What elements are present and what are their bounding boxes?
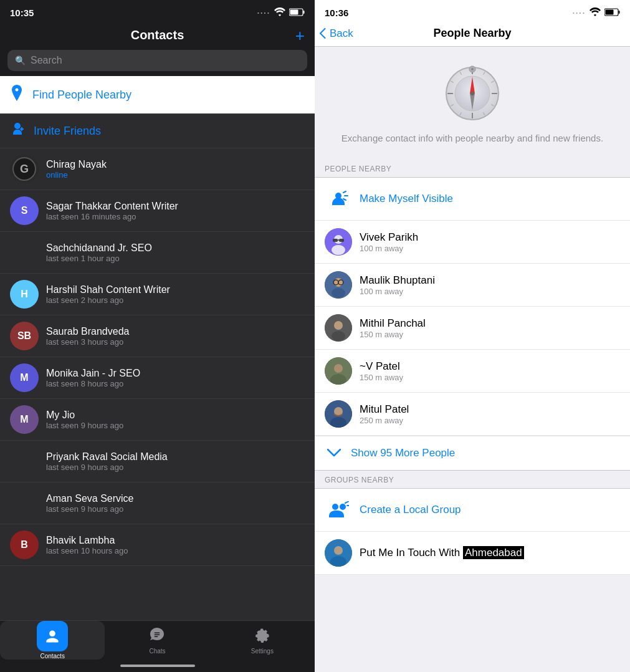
list-item[interactable]: Aman Seva Service last seen 9 hours ago [0,482,315,524]
contact-info: Sagar Thakkar Content Writer last seen 1… [46,201,305,221]
contacts-title: Contacts [131,28,184,42]
back-button[interactable]: Back [320,27,353,40]
list-item[interactable]: Vivek Parikh 100 m away [315,221,630,264]
contact-last-seen: last seen 3 hours ago [46,337,305,347]
status-bar-right: 10:36 ···· [315,0,630,22]
avatar: B [10,530,39,559]
list-item[interactable]: S Sagar Thakkar Content Writer last seen… [0,190,315,232]
nav-settings[interactable]: Settings [210,621,315,660]
put-me-text-wrapper: Put Me In Touch With Ahmedabad [360,547,620,559]
status-icons-left: ···· [257,7,305,18]
show-more-label: Show 95 More People [351,447,455,459]
list-item[interactable]: G Chirag Nayak online [0,148,315,190]
person-name: Maulik Bhuptani [360,274,620,287]
header-left: Contacts + [0,22,315,50]
contact-name: My Jio [46,410,305,421]
add-person-icon [10,123,25,139]
nav-settings-label: Settings [251,648,274,655]
contact-last-seen: last seen 1 hour ago [46,254,305,263]
list-item[interactable]: Mithil Panchal 150 m away [315,307,630,350]
avatar [325,228,352,256]
nav-contacts-label: Contacts [40,653,64,660]
contact-name: Bhavik Lambha [46,535,305,546]
contact-name: Monika Jain - Jr SEO [46,368,305,379]
contact-last-seen: last seen 9 hours ago [46,504,305,514]
avatar: M [10,405,39,434]
svg-line-26 [343,191,346,193]
avatar: SB [10,322,39,350]
contact-info: Priyank Raval Social Media last seen 9 h… [46,451,305,472]
find-people-nearby-row[interactable]: Find People Nearby [0,76,315,114]
contact-info: Saurab Brandveda last seen 3 hours ago [46,326,305,347]
svg-rect-2 [290,10,298,15]
create-local-group-row[interactable]: Create a Local Group [315,488,630,532]
create-local-group-label: Create a Local Group [360,504,461,516]
list-item[interactable]: M Monika Jain - Jr SEO last seen 8 hours… [0,357,315,399]
svg-point-45 [334,364,343,373]
home-indicator [120,665,195,667]
person-distance: 250 m away [360,416,620,425]
svg-rect-33 [339,239,344,242]
list-item[interactable]: Mitul Patel 250 m away [315,393,630,436]
add-contact-button[interactable]: + [295,27,305,44]
person-name: Mitul Patel [360,403,620,416]
avatar [325,271,352,299]
avatar-placeholder [10,447,39,476]
put-me-in-touch-row[interactable]: Put Me In Touch With Ahmedabad [315,532,630,575]
person-distance: 150 m away [360,373,620,382]
avatar [325,314,352,342]
list-item[interactable]: M My Jio last seen 9 hours ago [0,399,315,441]
groups-nearby-section-header: GROUPS NEARBY [315,471,630,488]
search-bar[interactable]: 🔍 Search [7,50,307,71]
put-me-text: Put Me In Touch With Ahmedabad [360,546,524,559]
list-item[interactable]: SB Saurab Brandveda last seen 3 hours ag… [0,315,315,357]
person-distance: 150 m away [360,330,620,339]
list-item[interactable]: H Harshil Shah Content Writer last seen … [0,274,315,315]
invite-friends-row[interactable]: Invite Friends [0,114,315,148]
list-item[interactable]: Sachchidanand Jr. SEO last seen 1 hour a… [0,232,315,274]
svg-point-55 [334,546,343,555]
svg-line-52 [345,501,349,503]
contact-name: Aman Seva Service [46,493,305,504]
list-item[interactable]: B Bhavik Lambha last seen 10 hours ago [0,524,315,566]
contact-last-seen: last seen 16 minutes ago [46,212,305,221]
avatar [325,539,352,567]
svg-point-22 [470,92,474,95]
svg-point-50 [332,504,338,510]
person-name: Vivek Parikh [360,231,620,244]
list-item[interactable]: Priyank Raval Social Media last seen 9 h… [0,441,315,482]
person-info: Maulik Bhuptani 100 m away [360,274,620,296]
right-panel: 10:36 ···· [315,0,630,672]
header-right: Back People Nearby [315,22,630,47]
avatar: H [10,280,39,309]
time-left: 10:35 [10,7,34,18]
compass-icon [444,65,500,122]
svg-point-24 [471,68,474,70]
make-visible-label: Make Myself Visible [360,193,453,205]
contact-status: online [46,170,305,180]
list-item[interactable]: Maulik Bhuptani 100 m away [315,264,630,307]
contact-name: Sagar Thakkar Content Writer [46,201,305,212]
hero-description: Exchange contact info with people nearby… [341,132,603,145]
left-panel: 10:35 ···· Contacts + [0,0,315,672]
svg-rect-32 [333,239,338,242]
contact-last-seen: last seen 9 hours ago [46,463,305,472]
battery-icon-right [604,7,620,18]
list-item[interactable]: ~V Patel 150 m away [315,350,630,393]
contact-info: Monika Jain - Jr SEO last seen 8 hours a… [46,368,305,388]
city-highlight: Ahmedabad [463,546,524,559]
svg-rect-1 [303,11,305,14]
show-more-row[interactable]: Show 95 More People [315,436,630,470]
people-list: Make Myself Visible Vivek Parikh 100 m a… [315,177,630,471]
chevron-down-icon [325,444,343,463]
nav-chats[interactable]: Chats [105,621,209,660]
contact-info: Harshil Shah Content Writer last seen 2 … [46,284,305,305]
create-group-icon [325,496,352,524]
make-visible-icon [325,185,352,213]
status-icons-right: ···· [573,7,620,18]
svg-point-31 [332,245,345,255]
wifi-icon-right [589,7,601,18]
nav-contacts[interactable]: Contacts [0,621,105,660]
contact-name: Priyank Raval Social Media [46,451,305,463]
make-myself-visible-row[interactable]: Make Myself Visible [315,178,630,221]
